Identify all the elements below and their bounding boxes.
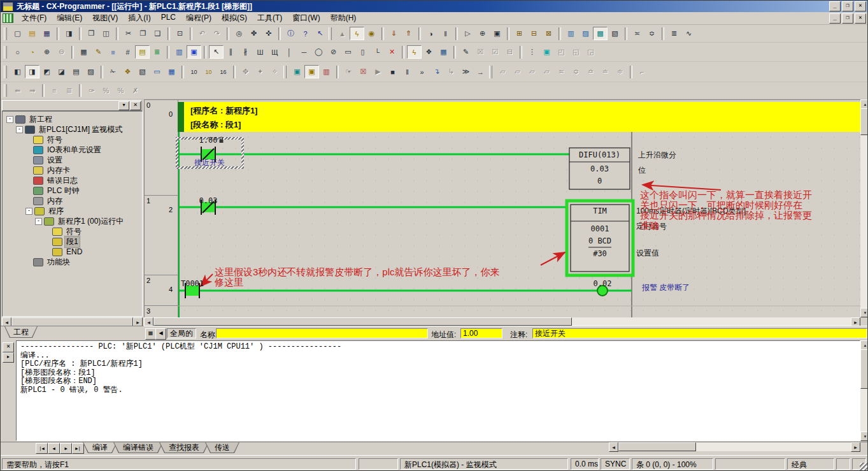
tree-item-program-symbols[interactable]: 符号: [3, 226, 142, 236]
tb-sim-step-in-icon[interactable]: ↴: [429, 65, 444, 78]
tb-watch-sheet-icon[interactable]: ⋮: [525, 45, 539, 59]
tb-force-on-icon[interactable]: ⊞: [512, 27, 527, 40]
tb-auto-online-icon[interactable]: ◉: [364, 27, 379, 40]
tb-replace-icon[interactable]: ✤: [246, 27, 261, 40]
tb-line-delete-icon[interactable]: ✕: [385, 45, 399, 59]
address-input[interactable]: [460, 328, 502, 338]
scroll-down-icon[interactable]: ▼: [860, 308, 868, 317]
mdi-close-button[interactable]: ✕: [855, 13, 866, 24]
tb-find-bit-addresses-icon[interactable]: ✜: [261, 27, 276, 40]
tb-online-edit-search-icon[interactable]: ▣: [490, 27, 504, 40]
comment-input[interactable]: [532, 328, 867, 338]
tb-save-file-icon[interactable]: ▦: [39, 27, 54, 40]
tree-item-new-program1[interactable]: -新程序1 (00)运行中: [3, 216, 142, 226]
menu-file[interactable]: 文件(F): [17, 11, 52, 25]
toolbar-grip[interactable]: [4, 66, 7, 78]
tb-fb-split-icon[interactable]: ✁: [106, 65, 120, 78]
rung2-margin[interactable]: 2 4: [145, 275, 178, 306]
tb-online-edit-rungs-icon[interactable]: ▣: [290, 65, 304, 78]
tree-item-programs[interactable]: -程序: [3, 206, 142, 216]
tree-item-new-project[interactable]: -新工程: [3, 114, 142, 124]
scrollbar-thumb[interactable]: [860, 349, 868, 389]
toolbar-grip[interactable]: [4, 27, 7, 40]
symbol-bar-collapse-button[interactable]: ◀: [155, 328, 166, 340]
menu-simulation[interactable]: 模拟(S): [217, 11, 252, 25]
tb-binary-monitor-icon[interactable]: ▦: [164, 65, 179, 78]
tb-plc-settings-icon[interactable]: ▩: [593, 27, 608, 40]
tb-data-trace-icon[interactable]: ∿: [681, 27, 696, 40]
ladder-document-icon[interactable]: [3, 13, 13, 23]
tb-stack-monitor-icon[interactable]: ❖: [422, 45, 436, 59]
tree-item-plc-clock[interactable]: PLC 时钟: [3, 185, 142, 196]
tb-transfer-to-plc-icon[interactable]: ⇓: [387, 27, 401, 40]
tb-pause-simulation-icon[interactable]: ☞: [341, 65, 356, 78]
tb-toggle-watch-window-icon[interactable]: ◩: [39, 65, 54, 78]
tb-symbol-browser-icon[interactable]: ❖: [120, 65, 135, 78]
tb-monitor-hex-icon[interactable]: 16: [216, 65, 231, 78]
output-expand-button[interactable]: ▸: [3, 352, 14, 363]
tb-print-icon[interactable]: ❒: [84, 27, 99, 40]
tb-compile-program-icon[interactable]: ▷: [460, 27, 475, 40]
difu-operand[interactable]: 0.03: [569, 164, 630, 173]
tb-paste-icon[interactable]: ❑: [150, 27, 165, 40]
tb-online-edit-send-icon[interactable]: ▣: [304, 65, 319, 78]
tb-unit-setup-icon[interactable]: ▨: [578, 27, 593, 40]
scrollbar-track[interactable]: [696, 442, 851, 451]
tim-operand[interactable]: 0001: [571, 224, 629, 233]
tb-new-contact-icon[interactable]: ∥: [224, 45, 238, 59]
ladder-hscrollbar[interactable]: ◀ ▶: [144, 317, 860, 326]
output-close-button[interactable]: ✕: [3, 342, 14, 352]
tree-item-function-blocks[interactable]: 功能块: [3, 257, 142, 267]
tb-new-closed-or-contact-icon[interactable]: Щ: [267, 45, 282, 59]
toolbar-grip[interactable]: [4, 84, 7, 97]
contact2-address[interactable]: 0.03: [190, 196, 226, 205]
tb-new-coil-icon[interactable]: ◯: [311, 45, 326, 59]
tb-monitor-in-rung-icon[interactable]: ▤: [135, 45, 150, 59]
ladder-editor[interactable]: 0 0 1 2 2 4 3 [程序名 : 新程序1] [段名称 : 段1]: [144, 99, 860, 317]
tb-memory-cascade-icon[interactable]: ▦: [436, 45, 451, 59]
tree-item-io-table[interactable]: IO表和单元设置: [3, 145, 142, 155]
ladder-vscrollbar[interactable]: ▲ ▼: [860, 99, 868, 317]
tb-horizontal-line-icon[interactable]: ─: [297, 45, 311, 59]
resize-grip[interactable]: [860, 463, 868, 471]
tb-monitor-window-icon[interactable]: ▣: [539, 45, 554, 59]
tree-item-section1[interactable]: 段1: [3, 236, 142, 247]
mdi-restore-button[interactable]: ❐: [842, 13, 853, 24]
output-tab-compile-errors[interactable]: 编译错误: [113, 442, 163, 453]
tree-item-symbols[interactable]: 符号: [3, 134, 142, 145]
close-button[interactable]: ✕: [855, 1, 866, 11]
rung1-margin[interactable]: 1 2: [145, 196, 178, 275]
output-tab-transfer[interactable]: 传送: [205, 442, 239, 453]
tb-edit-dialog-icon[interactable]: ▭: [150, 65, 164, 78]
tb-toggle-plc-monitoring-icon[interactable]: ◑: [423, 27, 438, 40]
menu-plc[interactable]: PLC: [156, 11, 181, 25]
tb-memory-view-icon[interactable]: ▧: [608, 27, 622, 40]
symbol-bar-grid-button[interactable]: ▦: [145, 328, 156, 340]
workspace-hscrollbar[interactable]: ◀ ▶: [2, 317, 143, 326]
tb-sim-run-continuous-icon[interactable]: ≫: [459, 65, 473, 78]
tb-stop-simulation-icon[interactable]: ☒: [356, 65, 371, 78]
tb-online-edit-cancel-icon[interactable]: ▥: [319, 65, 334, 78]
scroll-down-icon[interactable]: ▼: [860, 431, 868, 441]
tb-toggle-project-workspace-icon[interactable]: ◧: [10, 65, 25, 78]
toolbar-grip[interactable]: [329, 27, 332, 40]
tb-compare-programs-icon[interactable]: ◨: [62, 27, 76, 40]
tb-toggle-grid-icon[interactable]: ▦: [76, 45, 91, 59]
tb-sim-step-icon[interactable]: »: [415, 65, 429, 78]
output-tab-find-report[interactable]: 查找报表: [159, 442, 209, 453]
tree-item-section-end[interactable]: END: [3, 247, 142, 257]
tb-local-symbol-table-icon[interactable]: ▤: [69, 65, 83, 78]
tb-print-preview-icon[interactable]: ◫: [99, 27, 113, 40]
tree-item-memory[interactable]: 内存: [3, 196, 142, 206]
contact1-address[interactable]: 1.00: [190, 136, 226, 145]
tb-new-or-contact-icon[interactable]: Ш: [253, 45, 267, 59]
minimize-button[interactable]: _: [829, 1, 841, 11]
tb-show-io-comment-icon[interactable]: #: [120, 45, 135, 59]
tb-pause-monitoring-icon[interactable]: ‖: [438, 27, 453, 40]
tb-context-help-icon[interactable]: ↖: [313, 27, 327, 40]
tb-copy-icon[interactable]: ❐: [136, 27, 150, 40]
scrollbar-thumb[interactable]: [860, 108, 868, 135]
toolbar-grip[interactable]: [283, 66, 287, 78]
tb-sim-stop-icon[interactable]: ■: [385, 65, 400, 78]
coil-address[interactable]: 0.02: [585, 279, 620, 288]
